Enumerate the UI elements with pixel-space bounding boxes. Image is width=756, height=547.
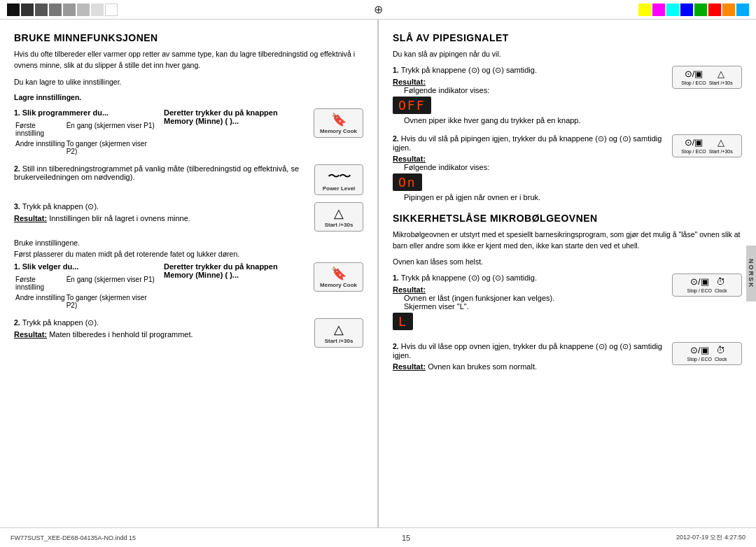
right-sec2-step2: 2. Hvis du vil låse opp ovnen igjen, try… [393,342,742,374]
step3-result: Resultat: Innstillingen blir nå lagret i… [14,214,307,222]
sidebar-tab-label: NORSK [748,259,755,289]
rs1-bullet1: Følgende indikator vises: [404,86,668,94]
rs2-number: 2. [393,134,401,143]
crosshair-icon: ⊕ [374,3,383,16]
left-swatches [7,3,118,16]
rs22-result-block: Resultat: Ovnen kan brukes som normalt. [393,362,668,371]
step-2: 2. Still inn tilberedningstrogrammet på … [14,164,363,195]
row2-right: To ganger (skjermen viser P2) [66,139,155,156]
rs22-number: 2. [393,342,401,350]
swatch-cyan [666,3,679,16]
row2-left: Andre innstilling [15,139,65,156]
swatch-3 [35,3,48,16]
right-section1-intro: Du kan slå av pipingen når du vil. [393,49,742,60]
stop-eco-icon-1: ⊙/▣ [681,69,706,79]
step1-right-bold: Deretter trykker du på knappen Memory (M… [164,108,307,125]
stop-start-btn-2: ⊙/▣ Stop / ECO △ Start /+30s [672,134,742,157]
rs2-result-label: Resultat: [393,155,426,163]
swatch-1 [7,3,20,16]
stop-eco-icon-4: ⊙/▣ [687,345,712,355]
stop-eco-icon-2: ⊙/▣ [681,137,706,148]
right-section2-intro2: Ovnen kan låses som helst. [393,257,742,268]
right-section2-intro: Mikrobølgeovnen er utstyrt med et spesie… [393,229,742,252]
stop-eco-group-3: ⊙/▣ Stop / ECO [687,276,712,294]
left-intro1: Hvis du ofte tilbereder eller varmer opp… [14,49,363,71]
step1-left: 1. Slik programmerer du... Første innsti… [14,108,157,157]
right-column: SLÅ AV PIPESIGNALET Du kan slå av piping… [379,20,756,527]
start-icon-r1: △ [709,69,733,79]
rs22-result-text: Ovnen kan brukes som normalt. [428,362,537,371]
lagre-title: Lagre innstillingen. [14,93,363,101]
stop-clock-btn-1: ⊙/▣ Stop / ECO ⏱ Clock [672,274,742,297]
top-bar-center: ⊕ [118,3,638,16]
row1-left: Første innstilling [15,121,65,138]
stepb2-text: Trykk på knappen (⊙). [22,318,99,327]
stepb2-number: 2. [14,318,22,327]
swatch-5 [63,3,76,16]
start-label-r1: Start /+30s [709,80,733,85]
step-b2: 2. Trykk på knappen (⊙). Resultat: Maten… [14,318,363,348]
rs1-result-block: Resultat: Følgende indikator vises: OFF … [393,78,668,125]
clock-icon-2: ⏱ [715,345,727,355]
clock-icon-1: ⏱ [715,276,727,287]
rs1-text: Trykk på knappene (⊙) og (⊙) samtidig. [401,66,537,74]
page-number: 15 [402,534,410,542]
left-column: BRUKE MINNEFUNKSJONEN Hvis du ofte tilbe… [0,20,378,527]
step1-row: 1. Slik programmerer du... Første innsti… [14,108,363,157]
rs21-bullet2: Skjermen viser "L". [404,302,668,311]
step1-number: 1. [14,108,22,117]
step1-right: Deretter trykker du på knappen Memory (M… [164,108,307,125]
table-row: Første innstilling Én gang (skjermen vis… [15,275,155,292]
swatch-8 [105,3,118,16]
step2-btn-box: 〜〜 Power Level [314,164,363,195]
stop-eco-group-4: ⊙/▣ Stop / ECO [687,345,712,362]
step3-result-label: Resultat: [14,214,47,222]
stop-eco-icon-3: ⊙/▣ [687,276,712,287]
right-section1-title: SLÅ AV PIPESIGNALET [393,32,742,43]
step2-number: 2. [14,164,22,173]
clock-group-1: ⏱ Clock [715,276,727,294]
stepb1-right-bold: Deretter trykker du på knappen Memory (M… [164,262,307,279]
step2-text: Still inn tilberedningstrogrammet på van… [14,164,299,181]
stepb2-result: Resultat: Maten tilberedes i henhold til… [14,330,307,339]
rs1-btn-group: ⊙/▣ Stop / ECO △ Start /+30s [672,66,742,89]
step1-btn-box: 🔖 Memory Cook [314,108,363,138]
stepb1-btn-box: 🔖 Memory Cook [314,262,363,292]
lagre-title-step: Lagre innstillingen. [14,93,363,101]
step3-btn-box: △ Start /+30s [314,202,363,232]
rs21-btn-group: ⊙/▣ Stop / ECO ⏱ Clock [672,274,742,297]
bottom-left-text: FW77SUST_XEE-DE68-04135A-NO.indd 15 [10,534,136,541]
rs1-number: 1. [393,66,401,74]
start-group-2: △ Start /+30s [709,137,733,155]
stepb1-left: 1. Slik velger du... Første innstilling … [14,262,157,311]
memory-cook-btn-1: 🔖 Memory Cook [314,108,363,138]
stop-eco-group-2: ⊙/▣ Stop / ECO [681,137,706,155]
start-icon-1: △ [321,206,357,221]
display-l: L [393,313,413,330]
bottom-bar: FW77SUST_XEE-DE68-04135A-NO.indd 15 15 2… [0,527,756,547]
stop-eco-label-3: Stop / ECO [687,288,712,293]
swatch-magenta [652,3,665,16]
step3-text: Trykk på knappen (⊙). [22,202,99,211]
right-swatches [638,3,749,16]
top-bar: ⊕ [0,0,756,20]
clock-label-2: Clock [715,357,727,362]
step3-result-text: Innstillingen blir nå lagret i ovnens mi… [49,214,190,222]
table-row: Første innstilling Én gang (skjermen vis… [15,121,155,138]
start-label-r2: Start /+30s [709,149,733,154]
main-content: BRUKE MINNEFUNKSJONEN Hvis du ofte tilbe… [0,20,756,527]
swatch-red [708,3,721,16]
clock-label-1: Clock [715,288,727,293]
start-btn-2: △ Start /+30s [314,318,363,348]
rs22-result-label: Resultat: [393,362,426,371]
memory-cook-btn-2: 🔖 Memory Cook [314,262,363,292]
stepb1-subtable: Første innstilling Én gang (skjermen vis… [14,274,157,311]
stop-eco-group-1: ⊙/▣ Stop / ECO [681,69,706,86]
swatch-blue [680,3,693,16]
bruke-title: Bruke innstillingene. [14,239,363,247]
stop-eco-label-1: Stop / ECO [681,80,706,85]
rs21-text: Trykk på knappene (⊙) og (⊙) samtidig. [401,274,537,282]
step1-subtable: Første innstilling Én gang (skjermen vis… [14,120,157,157]
start-label-2: Start /+30s [325,338,354,344]
stepb1-left-bold: Slik velger du... [22,262,79,271]
